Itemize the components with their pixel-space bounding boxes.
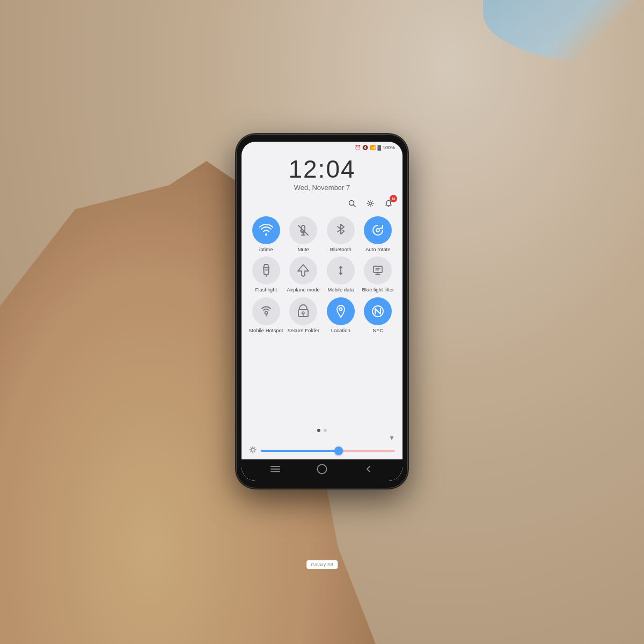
wifi-icon <box>252 216 280 244</box>
tile-wifi[interactable]: iptime <box>249 216 283 252</box>
signal-icon: 📶 <box>370 145 376 150</box>
quick-tiles-grid: iptime Mute <box>249 216 395 333</box>
home-button[interactable] <box>313 464 331 474</box>
svg-line-29 <box>254 448 255 448</box>
tile-mobilehotspot-label: Mobile Hotspot <box>249 327 283 333</box>
recents-button[interactable] <box>267 464 284 474</box>
alarm-icon: ⏰ <box>355 145 361 150</box>
tile-mute[interactable]: Mute <box>287 216 321 252</box>
svg-point-34 <box>317 465 326 474</box>
autorotate-icon <box>364 216 392 244</box>
tiles-container: iptime Mute <box>241 212 402 426</box>
brightness-row <box>241 444 402 459</box>
tile-bluetooth[interactable]: Bluetooth <box>324 216 358 252</box>
tile-bluelightfilter-label: Blue light filter <box>362 287 394 292</box>
svg-line-28 <box>254 451 255 452</box>
clock-date: Wed, November 7 <box>241 184 402 192</box>
tile-autorotate-label: Auto rotate <box>365 246 390 252</box>
battery-icon: ▓ <box>377 145 381 150</box>
flashlight-icon <box>252 257 280 284</box>
svg-point-20 <box>339 308 342 310</box>
svg-point-6 <box>376 229 379 232</box>
page-dots <box>241 426 402 434</box>
tile-nfc-label: NFC <box>372 327 383 333</box>
expand-row: ▼ <box>241 434 402 444</box>
page-dot-2[interactable] <box>324 429 327 432</box>
tile-securefolder-label: Secure Folder <box>287 327 319 333</box>
notification-badge: N <box>390 195 397 202</box>
tile-flashlight[interactable]: Flashlight <box>249 257 283 292</box>
mobiledata-icon <box>327 257 355 284</box>
airplane-icon <box>289 257 317 284</box>
svg-line-27 <box>251 448 251 448</box>
navigation-bar <box>241 459 402 481</box>
clock-area: 12:04 Wed, November 7 <box>241 151 402 195</box>
bluelight-icon <box>364 257 392 284</box>
location-icon <box>327 297 355 325</box>
tile-mobiledata[interactable]: Mobile data <box>324 257 358 292</box>
phone-screen: ⏰ 🔇 📶 ▓ 100% 12:04 Wed, November 7 <box>241 142 402 481</box>
status-bar: ⏰ 🔇 📶 ▓ 100% <box>241 142 402 151</box>
tile-bluetooth-label: Bluetooth <box>330 246 352 252</box>
tile-nfc[interactable]: NFC <box>361 297 396 333</box>
settings-button[interactable] <box>364 197 377 210</box>
device-label: Galaxy S8 <box>306 560 338 569</box>
tile-wifi-label: iptime <box>259 246 273 252</box>
tile-location-label: Location <box>331 327 350 333</box>
tile-securefolder[interactable]: Secure Folder <box>287 297 321 333</box>
search-button[interactable] <box>346 197 358 210</box>
top-icons-row: N <box>241 195 402 212</box>
phone-frame: ⏰ 🔇 📶 ▓ 100% 12:04 Wed, November 7 <box>236 134 408 488</box>
page-dot-1[interactable] <box>317 429 320 432</box>
svg-point-2 <box>369 202 372 205</box>
tile-autorotate[interactable]: Auto rotate <box>361 216 396 252</box>
expand-chevron-icon[interactable]: ▼ <box>389 434 395 442</box>
tile-airplanemode[interactable]: Airplane mode <box>287 257 321 292</box>
bluetooth-icon <box>327 216 355 244</box>
hotspot-icon <box>252 297 280 325</box>
back-button[interactable] <box>360 464 377 474</box>
tile-location[interactable]: Location <box>324 297 358 333</box>
nfc-icon <box>364 297 392 325</box>
svg-point-22 <box>251 448 254 451</box>
svg-line-1 <box>354 205 356 207</box>
clock-time: 12:04 <box>241 157 402 181</box>
tile-mobilehotspot[interactable]: Mobile Hotspot <box>249 297 283 333</box>
tile-airplanemode-label: Airplane mode <box>287 287 320 292</box>
svg-line-30 <box>251 451 251 452</box>
tile-mute-label: Mute <box>298 246 309 252</box>
securefolder-icon <box>289 297 317 325</box>
tile-bluelightfilter[interactable]: Blue light filter <box>361 257 396 292</box>
brightness-slider[interactable] <box>261 450 395 452</box>
brightness-low-icon <box>249 446 257 455</box>
brightness-thumb[interactable] <box>334 447 343 455</box>
tile-flashlight-label: Flashlight <box>255 287 277 292</box>
svg-rect-10 <box>374 266 382 273</box>
tile-mobiledata-label: Mobile data <box>327 287 354 292</box>
notification-button[interactable]: N <box>382 197 395 210</box>
mute-status-icon: 🔇 <box>362 145 368 150</box>
battery-percent: 100% <box>383 145 395 150</box>
mute-icon <box>289 216 317 244</box>
